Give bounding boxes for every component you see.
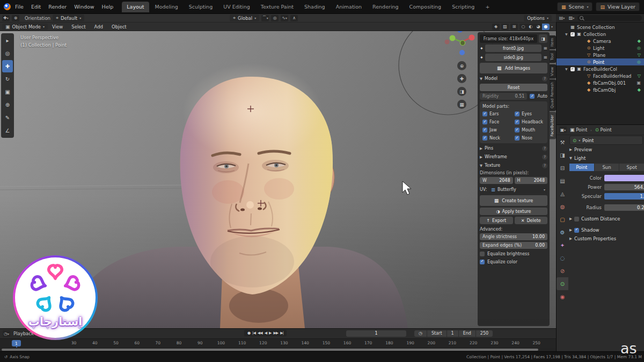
model-part-toggle[interactable]: Headback [515,120,545,124]
collection-checkbox[interactable] [580,88,584,92]
light-datablock-field[interactable]: ⊙ ▾ Point [569,136,643,145]
workspace-tab[interactable]: Scripting [447,2,479,12]
model-part-toggle[interactable]: Ears [482,112,513,116]
options-button[interactable]: Options ▾ [524,15,552,21]
create-texture-button[interactable]: ▦ Create texture [480,195,547,206]
equalize-color-checkbox[interactable] [480,260,485,264]
delete-button[interactable]: ✕ Delete [515,217,548,224]
workspace-tab[interactable]: + [480,2,494,12]
world-tab[interactable]: ◍ [557,200,568,213]
workspace-tab[interactable]: Sculpting [184,2,217,12]
annotate-tool[interactable]: ✎ [2,112,13,124]
render-tab[interactable]: ◨ [557,149,568,161]
help-icon[interactable]: ? [542,163,547,168]
help-icon[interactable]: ? [542,154,547,160]
model-part-toggle[interactable]: Nose [515,136,545,141]
active-tool-icon[interactable]: ✚▾ [2,15,10,21]
collection-checkbox[interactable] [570,67,575,71]
viewport-menu-item[interactable]: Object [112,24,127,29]
outliner-row[interactable]: ▽ FaceBuilderHead ▽ [557,72,644,79]
front-image-button[interactable]: front0.jpg [485,45,542,52]
menu-icon[interactable]: ≡ [543,55,547,60]
transform-tool[interactable]: ⊕ [2,99,13,111]
sidebar-tab[interactable]: FaceBuilder [550,112,556,139]
outliner-row[interactable]: ▦ Scene Collection [557,24,644,31]
xray-toggle[interactable]: ⊞ [510,24,518,30]
workspace-tab[interactable]: Compositing [405,2,447,12]
model-part-toggle[interactable]: Neck [482,136,513,141]
workspace-tab[interactable]: Animation [331,2,367,12]
collection-checkbox[interactable] [580,60,584,64]
jump-end-button[interactable]: ▶| [280,331,283,335]
rendered-shading[interactable]: ● [542,24,550,30]
auto-rigidity-checkbox[interactable] [530,94,535,99]
jump-start-button[interactable]: |◀ [252,331,255,335]
pin-icon[interactable]: ✦ [480,55,484,60]
outliner-search-input[interactable] [577,15,642,21]
model-part-toggle[interactable]: Jaw [482,128,513,132]
specular-field[interactable]: 1.0 [604,193,644,200]
rigidity-slider[interactable]: Rigidity 0.51 [480,93,527,100]
add-images-button[interactable]: ▦ Add Images [480,63,547,73]
reset-button[interactable]: Reset [480,84,547,91]
checkbox[interactable] [515,128,519,132]
outliner-display-mode-icon[interactable]: ▤▾ [558,15,566,21]
scene-selector[interactable]: ▦ Scene ▾ [557,2,593,11]
model-part-toggle[interactable]: Mouth [515,128,545,132]
workspace-tab[interactable]: Rendering [368,2,404,12]
custom-properties-header[interactable]: ▶Custom Properties [569,235,644,242]
auto-keying-icon[interactable]: ◷ [414,330,427,337]
rotate-tool[interactable]: ↻ [2,73,13,85]
light-section-header[interactable]: ▼Light [569,154,644,162]
menu-item[interactable]: Edit [31,4,41,10]
light-color-swatch[interactable] [604,175,644,181]
workspace-tab[interactable]: UV Editing [218,2,255,12]
output-tab[interactable]: ⊟ [557,161,568,174]
object-data-tab[interactable]: ⊙ [557,277,568,290]
prev-keyframe-button[interactable]: ◀◀ [258,331,262,335]
record-button[interactable]: ● [247,331,250,335]
collection-checkbox[interactable] [580,81,584,85]
texture-section-header[interactable]: ▼Texture ? [480,162,547,169]
breadcrumb-data[interactable]: ⊙ Point [595,127,612,132]
viewport-menu-item[interactable]: Add [94,24,103,29]
viewport-menu-item[interactable]: Select [71,24,85,29]
wireframe-section-header[interactable]: ▶Wireframe ? [480,153,547,160]
workspace-tab[interactable]: Texture Paint [256,2,298,12]
collection-checkbox[interactable] [580,46,584,50]
outliner-row[interactable]: ⊙ Point ◎ [557,58,644,65]
outliner-filter-icon[interactable]: ▨▾ [568,15,575,21]
outliner-row[interactable]: ◆ Camera ◆ [557,38,644,45]
orientation-dropdown[interactable]: ⌖ Default ▾ [53,14,84,21]
move-tool[interactable]: ✚ [2,60,13,72]
collection-checkbox[interactable] [564,25,568,29]
editor-type-icon[interactable]: ▣▾ [559,127,567,133]
workspace-tab[interactable]: Layout [122,2,149,12]
custom-distance-checkbox[interactable] [574,217,579,221]
play-button[interactable]: ▶ [269,331,271,335]
outliner-row[interactable]: ▼ ▣ FaceBuilderCol [557,65,644,72]
material-tab[interactable]: ◉ [557,290,568,303]
current-frame-field[interactable]: 1 [346,330,406,337]
workspace-tab[interactable]: Modeling [150,2,183,12]
checkbox[interactable] [482,136,487,141]
camera-view-icon[interactable]: ◨ [457,87,466,96]
sidebar-tab[interactable]: View [550,64,556,79]
tool-tab[interactable]: ⚒ [557,136,568,149]
outliner-row[interactable]: ⊙ Light ◎ [557,45,644,51]
equalize-brightness-checkbox[interactable] [480,252,485,256]
pins-section-header[interactable]: ▶Pins ? [480,145,547,152]
object-tab[interactable]: ▢ [557,213,568,226]
collection-checkbox[interactable] [580,39,584,43]
shadow-section-header[interactable]: ▶ Shadow [569,226,644,234]
menu-item[interactable]: Window [74,4,94,10]
outliner-row[interactable]: ▼ ▣ Collection [557,31,644,38]
collection-checkbox[interactable] [580,74,584,78]
uv-dropdown[interactable]: ▥ Butterfly ▾ [489,186,547,194]
help-icon[interactable]: ? [542,146,547,151]
measure-tool[interactable]: ∠ [2,124,13,137]
checkbox[interactable] [482,112,487,116]
transform-orientation-dropdown[interactable]: ⌖ Global ▾ [230,14,259,21]
shadow-checkbox[interactable] [574,228,579,233]
modifiers-tab[interactable]: ⚙ [557,226,568,239]
